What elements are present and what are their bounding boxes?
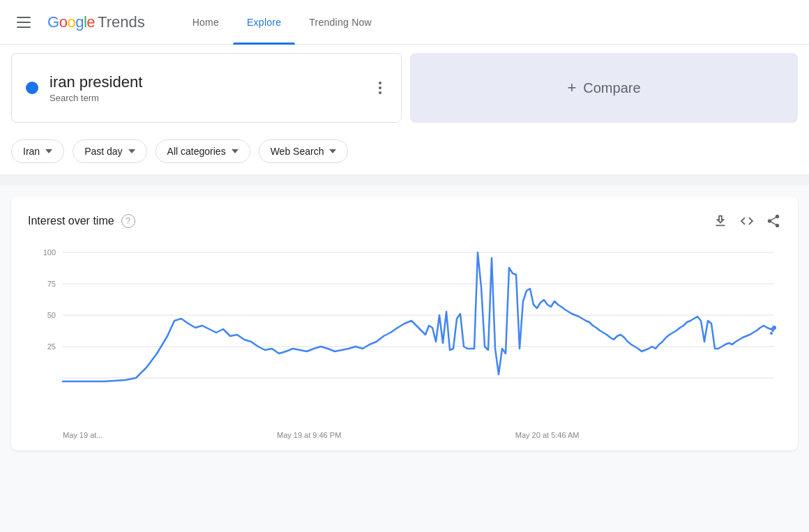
search-term-text: iran president Search term bbox=[50, 73, 142, 103]
time-filter[interactable]: Past day bbox=[73, 139, 146, 163]
download-button[interactable] bbox=[713, 213, 728, 229]
svg-text:100: 100 bbox=[43, 248, 56, 257]
search-type-filter[interactable]: Web Search bbox=[259, 139, 349, 163]
compare-inner: + Compare bbox=[567, 79, 640, 97]
main-nav: Home Explore Trending Now bbox=[179, 0, 386, 45]
category-filter-arrow bbox=[232, 149, 239, 153]
category-filter-label: All categories bbox=[167, 146, 226, 157]
menu-icon[interactable] bbox=[11, 11, 36, 33]
time-filter-label: Past day bbox=[84, 146, 122, 157]
search-panel: iran president Search term + Compare bbox=[0, 45, 809, 131]
search-dot bbox=[26, 82, 38, 94]
search-type-filter-arrow bbox=[329, 149, 336, 153]
main-content: iran president Search term + Compare Ira… bbox=[0, 45, 809, 450]
chart-section: Interest over time ? bbox=[11, 197, 798, 450]
search-term-label: Search term bbox=[50, 93, 142, 103]
chart-title: Interest over time bbox=[28, 215, 114, 227]
compare-card[interactable]: + Compare bbox=[410, 53, 798, 123]
x-label-2: May 20 at 5:46 AM bbox=[515, 431, 580, 439]
search-term-name: iran president bbox=[50, 73, 142, 91]
search-type-filter-label: Web Search bbox=[271, 146, 324, 157]
filters-bar: Iran Past day All categories Web Search bbox=[0, 131, 809, 174]
compare-plus-icon: + bbox=[567, 79, 576, 97]
help-icon[interactable]: ? bbox=[121, 214, 135, 228]
svg-point-11 bbox=[770, 332, 773, 335]
gray-separator bbox=[0, 174, 809, 185]
chart-header: Interest over time ? bbox=[28, 213, 781, 229]
x-label-0: May 19 at... bbox=[63, 431, 103, 439]
time-filter-arrow bbox=[128, 149, 135, 153]
more-options-button[interactable] bbox=[373, 76, 387, 100]
svg-text:50: 50 bbox=[47, 311, 56, 319]
nav-trending[interactable]: Trending Now bbox=[295, 0, 386, 45]
region-filter-arrow bbox=[45, 149, 52, 153]
logo-trends-text: Trends bbox=[98, 13, 145, 31]
nav-explore[interactable]: Explore bbox=[233, 0, 295, 45]
chart-svg: 100 75 50 25 bbox=[28, 245, 781, 427]
svg-text:25: 25 bbox=[47, 342, 56, 351]
embed-button[interactable] bbox=[739, 213, 755, 229]
x-label-1: May 19 at 9:46 PM bbox=[277, 431, 341, 439]
compare-label: Compare bbox=[583, 80, 640, 96]
x-axis-labels: May 19 at... May 19 at 9:46 PM May 20 at… bbox=[28, 427, 781, 439]
category-filter[interactable]: All categories bbox=[156, 139, 250, 163]
share-button[interactable] bbox=[766, 213, 781, 229]
region-filter[interactable]: Iran bbox=[11, 139, 64, 163]
search-card-left: iran president Search term bbox=[26, 73, 142, 103]
chart-actions bbox=[713, 213, 781, 229]
logo[interactable]: Google Trends bbox=[47, 13, 145, 31]
region-filter-label: Iran bbox=[23, 146, 40, 157]
search-card: iran president Search term bbox=[11, 53, 402, 123]
nav-home[interactable]: Home bbox=[179, 0, 233, 45]
header: Google Trends Home Explore Trending Now bbox=[0, 0, 809, 45]
chart-title-row: Interest over time ? bbox=[28, 214, 135, 228]
svg-text:75: 75 bbox=[47, 280, 56, 288]
chart-container: 100 75 50 25 bbox=[28, 245, 781, 427]
svg-point-10 bbox=[771, 329, 774, 332]
